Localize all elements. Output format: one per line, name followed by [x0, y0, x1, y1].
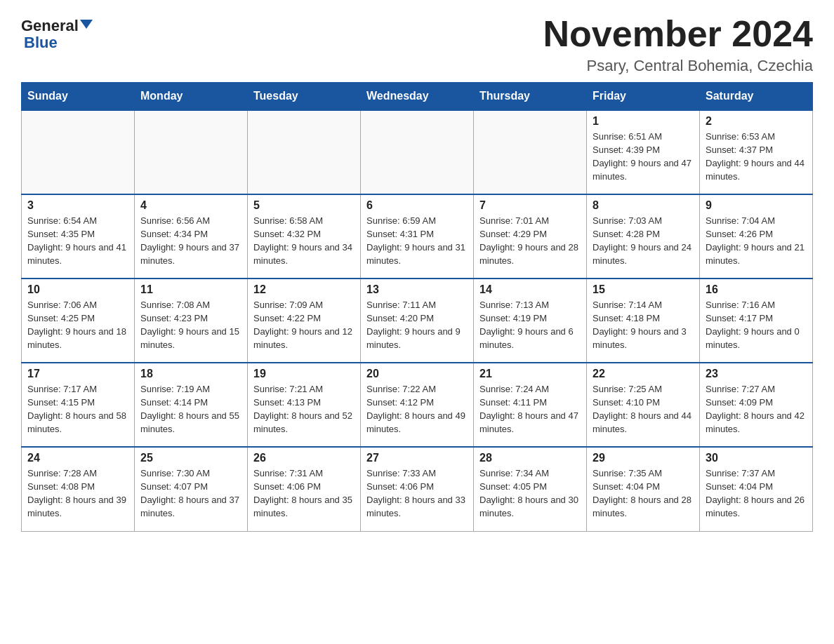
- page-header: General Blue November 2024 Psary, Centra…: [21, 14, 813, 75]
- day-info: Sunrise: 7:19 AM Sunset: 4:14 PM Dayligh…: [140, 383, 241, 436]
- column-header-thursday: Thursday: [474, 83, 587, 111]
- calendar-cell: 4Sunrise: 6:56 AM Sunset: 4:34 PM Daylig…: [135, 194, 248, 279]
- calendar-cell: [135, 110, 248, 194]
- day-info: Sunrise: 7:17 AM Sunset: 4:15 PM Dayligh…: [27, 383, 128, 436]
- calendar-cell: 17Sunrise: 7:17 AM Sunset: 4:15 PM Dayli…: [22, 363, 135, 447]
- day-info: Sunrise: 7:03 AM Sunset: 4:28 PM Dayligh…: [593, 215, 694, 267]
- calendar-cell: 21Sunrise: 7:24 AM Sunset: 4:11 PM Dayli…: [474, 363, 587, 447]
- day-info: Sunrise: 7:30 AM Sunset: 4:07 PM Dayligh…: [140, 467, 241, 520]
- calendar-cell: 14Sunrise: 7:13 AM Sunset: 4:19 PM Dayli…: [474, 279, 587, 363]
- column-header-tuesday: Tuesday: [248, 83, 361, 111]
- calendar-cell: [248, 110, 361, 194]
- calendar-cell: [22, 110, 135, 194]
- calendar-cell: 16Sunrise: 7:16 AM Sunset: 4:17 PM Dayli…: [700, 279, 813, 363]
- logo-blue: Blue: [24, 34, 58, 51]
- calendar-cell: 27Sunrise: 7:33 AM Sunset: 4:06 PM Dayli…: [361, 447, 474, 531]
- calendar-cell: 1Sunrise: 6:51 AM Sunset: 4:39 PM Daylig…: [587, 110, 700, 194]
- day-number: 30: [706, 452, 807, 464]
- day-info: Sunrise: 7:31 AM Sunset: 4:06 PM Dayligh…: [253, 467, 355, 520]
- day-info: Sunrise: 7:09 AM Sunset: 4:22 PM Dayligh…: [253, 299, 355, 351]
- logo: General Blue: [21, 14, 93, 51]
- day-number: 6: [366, 199, 468, 212]
- calendar-cell: 19Sunrise: 7:21 AM Sunset: 4:13 PM Dayli…: [248, 363, 361, 447]
- day-number: 14: [479, 283, 581, 296]
- day-info: Sunrise: 7:14 AM Sunset: 4:18 PM Dayligh…: [593, 299, 694, 351]
- calendar-cell: 30Sunrise: 7:37 AM Sunset: 4:04 PM Dayli…: [700, 447, 813, 531]
- week-row-3: 10Sunrise: 7:06 AM Sunset: 4:25 PM Dayli…: [22, 279, 813, 363]
- day-info: Sunrise: 7:28 AM Sunset: 4:08 PM Dayligh…: [27, 467, 128, 520]
- day-number: 21: [479, 368, 581, 380]
- day-info: Sunrise: 7:27 AM Sunset: 4:09 PM Dayligh…: [706, 383, 807, 436]
- day-info: Sunrise: 7:37 AM Sunset: 4:04 PM Dayligh…: [706, 467, 807, 520]
- day-number: 9: [706, 199, 807, 212]
- calendar-cell: 2Sunrise: 6:53 AM Sunset: 4:37 PM Daylig…: [700, 110, 813, 194]
- day-number: 1: [593, 115, 694, 128]
- day-info: Sunrise: 6:59 AM Sunset: 4:31 PM Dayligh…: [366, 215, 468, 267]
- day-number: 28: [479, 452, 581, 464]
- day-info: Sunrise: 7:33 AM Sunset: 4:06 PM Dayligh…: [366, 467, 468, 520]
- day-info: Sunrise: 7:04 AM Sunset: 4:26 PM Dayligh…: [706, 215, 807, 267]
- day-number: 13: [366, 283, 468, 296]
- calendar-cell: 23Sunrise: 7:27 AM Sunset: 4:09 PM Dayli…: [700, 363, 813, 447]
- calendar-cell: 28Sunrise: 7:34 AM Sunset: 4:05 PM Dayli…: [474, 447, 587, 531]
- day-number: 5: [253, 199, 355, 212]
- calendar-cell: [361, 110, 474, 194]
- day-info: Sunrise: 7:13 AM Sunset: 4:19 PM Dayligh…: [479, 299, 581, 351]
- logo-general: General: [21, 18, 79, 34]
- day-info: Sunrise: 7:08 AM Sunset: 4:23 PM Dayligh…: [140, 299, 241, 351]
- day-number: 20: [366, 368, 468, 380]
- day-number: 15: [593, 283, 694, 296]
- day-number: 16: [706, 283, 807, 296]
- column-header-saturday: Saturday: [700, 83, 813, 111]
- calendar-cell: 5Sunrise: 6:58 AM Sunset: 4:32 PM Daylig…: [248, 194, 361, 279]
- day-info: Sunrise: 7:25 AM Sunset: 4:10 PM Dayligh…: [593, 383, 694, 436]
- calendar-cell: 18Sunrise: 7:19 AM Sunset: 4:14 PM Dayli…: [135, 363, 248, 447]
- week-row-4: 17Sunrise: 7:17 AM Sunset: 4:15 PM Dayli…: [22, 363, 813, 447]
- day-number: 17: [27, 368, 128, 380]
- calendar-cell: 9Sunrise: 7:04 AM Sunset: 4:26 PM Daylig…: [700, 194, 813, 279]
- calendar-cell: 26Sunrise: 7:31 AM Sunset: 4:06 PM Dayli…: [248, 447, 361, 531]
- day-number: 26: [253, 452, 355, 464]
- calendar-cell: 12Sunrise: 7:09 AM Sunset: 4:22 PM Dayli…: [248, 279, 361, 363]
- calendar-cell: 10Sunrise: 7:06 AM Sunset: 4:25 PM Dayli…: [22, 279, 135, 363]
- calendar-cell: 7Sunrise: 7:01 AM Sunset: 4:29 PM Daylig…: [474, 194, 587, 279]
- calendar-cell: 24Sunrise: 7:28 AM Sunset: 4:08 PM Dayli…: [22, 447, 135, 531]
- calendar-header-row: SundayMondayTuesdayWednesdayThursdayFrid…: [22, 83, 813, 111]
- calendar-table: SundayMondayTuesdayWednesdayThursdayFrid…: [21, 82, 813, 532]
- location-title: Psary, Central Bohemia, Czechia: [543, 57, 813, 75]
- day-number: 12: [253, 283, 355, 296]
- column-header-friday: Friday: [587, 83, 700, 111]
- column-header-sunday: Sunday: [22, 83, 135, 111]
- day-number: 3: [27, 199, 128, 212]
- day-info: Sunrise: 7:11 AM Sunset: 4:20 PM Dayligh…: [366, 299, 468, 351]
- day-number: 23: [706, 368, 807, 380]
- month-title: November 2024: [543, 14, 813, 54]
- title-area: November 2024 Psary, Central Bohemia, Cz…: [543, 14, 813, 75]
- day-info: Sunrise: 6:56 AM Sunset: 4:34 PM Dayligh…: [140, 215, 241, 267]
- column-header-wednesday: Wednesday: [361, 83, 474, 111]
- day-number: 22: [593, 368, 694, 380]
- day-number: 27: [366, 452, 468, 464]
- day-info: Sunrise: 7:24 AM Sunset: 4:11 PM Dayligh…: [479, 383, 581, 436]
- day-info: Sunrise: 7:22 AM Sunset: 4:12 PM Dayligh…: [366, 383, 468, 436]
- day-info: Sunrise: 7:35 AM Sunset: 4:04 PM Dayligh…: [593, 467, 694, 520]
- day-info: Sunrise: 7:01 AM Sunset: 4:29 PM Dayligh…: [479, 215, 581, 267]
- calendar-cell: 15Sunrise: 7:14 AM Sunset: 4:18 PM Dayli…: [587, 279, 700, 363]
- day-number: 19: [253, 368, 355, 380]
- day-info: Sunrise: 7:16 AM Sunset: 4:17 PM Dayligh…: [706, 299, 807, 351]
- day-info: Sunrise: 6:53 AM Sunset: 4:37 PM Dayligh…: [706, 130, 807, 183]
- day-number: 29: [593, 452, 694, 464]
- calendar-cell: 11Sunrise: 7:08 AM Sunset: 4:23 PM Dayli…: [135, 279, 248, 363]
- day-info: Sunrise: 7:21 AM Sunset: 4:13 PM Dayligh…: [253, 383, 355, 436]
- day-info: Sunrise: 7:06 AM Sunset: 4:25 PM Dayligh…: [27, 299, 128, 351]
- day-info: Sunrise: 6:54 AM Sunset: 4:35 PM Dayligh…: [27, 215, 128, 267]
- day-info: Sunrise: 6:51 AM Sunset: 4:39 PM Dayligh…: [593, 130, 694, 183]
- calendar-cell: [474, 110, 587, 194]
- day-number: 18: [140, 368, 241, 380]
- calendar-cell: 25Sunrise: 7:30 AM Sunset: 4:07 PM Dayli…: [135, 447, 248, 531]
- calendar-cell: 8Sunrise: 7:03 AM Sunset: 4:28 PM Daylig…: [587, 194, 700, 279]
- calendar-cell: 22Sunrise: 7:25 AM Sunset: 4:10 PM Dayli…: [587, 363, 700, 447]
- week-row-5: 24Sunrise: 7:28 AM Sunset: 4:08 PM Dayli…: [22, 447, 813, 531]
- day-info: Sunrise: 6:58 AM Sunset: 4:32 PM Dayligh…: [253, 215, 355, 267]
- day-number: 4: [140, 199, 241, 212]
